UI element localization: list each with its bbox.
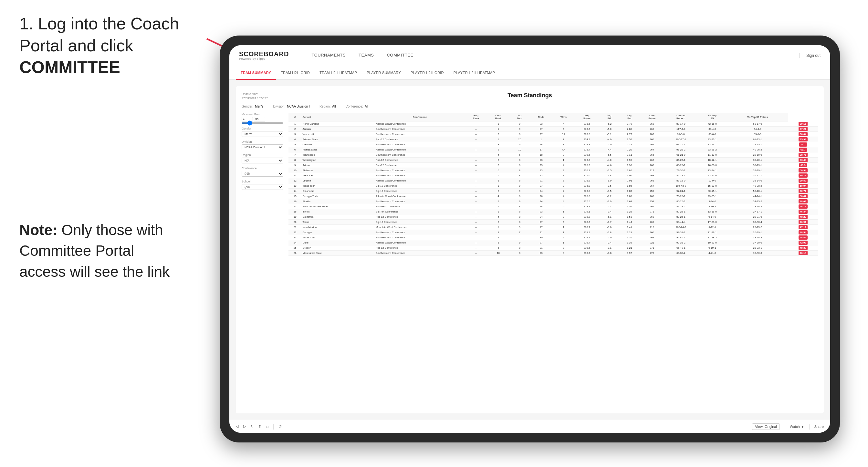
col-no-tour: NoTour <box>509 113 530 121</box>
table-cell: 68.71 <box>788 152 818 158</box>
col-rank: # <box>288 113 301 121</box>
table-cell: 4 <box>553 199 575 204</box>
table-cell: 2.70 <box>619 121 639 127</box>
table-cell: 23 <box>530 163 552 168</box>
instruction-text: 1. Log into the Coach Portal and click C… <box>20 13 207 79</box>
table-cell: 8 <box>288 158 301 163</box>
update-time: Update time: 27/03/2024 16:56:26 <box>242 92 274 100</box>
table-cell: 5 <box>487 240 509 245</box>
toolbar-forward[interactable]: ▷ <box>243 424 246 429</box>
table-row: 11ArkansasSoutheastern Conference–682332… <box>288 173 818 178</box>
watch-button[interactable]: Watch ▼ <box>790 425 804 429</box>
division-select[interactable]: NCAA Division I <box>242 144 283 150</box>
table-row: 7TennesseeSoutheastern Conference–461822… <box>288 152 818 158</box>
table-row: 8WashingtonPac-12 Conference–28231276.3-… <box>288 158 818 163</box>
toolbar-clock[interactable]: ⏱ <box>278 425 282 429</box>
table-cell: 27-17-1 <box>727 209 788 214</box>
table-cell: 23 <box>530 209 552 214</box>
toolbar-back[interactable]: ◁ <box>236 424 239 429</box>
table-cell: 60.71 <box>788 189 818 194</box>
table-cell: Duke <box>301 240 375 245</box>
table-row: 24DukeAtlantic Coast Conference–59271279… <box>288 240 818 245</box>
table-cell: -1.4 <box>599 209 619 214</box>
toolbar-share-icon[interactable]: ⬆ <box>258 424 261 429</box>
table-cell: 117-4-0 <box>664 127 698 132</box>
table-cell: 1.41 <box>619 225 639 230</box>
sub-nav-player-summary[interactable]: PLAYER SUMMARY <box>362 66 406 80</box>
table-cell: -5.1 <box>599 132 619 137</box>
gender-filter: Gender: Men's <box>242 105 264 108</box>
table-cell: 86-25-1 <box>664 163 698 168</box>
table-cell: 279.5 <box>575 152 599 158</box>
table-cell: -6.0 <box>599 178 619 183</box>
table-cell: 1.63 <box>619 199 639 204</box>
view-original-button[interactable]: View: Original <box>752 424 780 430</box>
table-body: 1North CarolinaAtlantic Coast Conference… <box>288 121 818 256</box>
gender-select[interactable]: Men's <box>242 131 283 137</box>
table-cell: 88-17-0 <box>664 121 698 127</box>
table-cell: 7 <box>509 230 530 235</box>
region-select[interactable]: N/A <box>242 158 283 163</box>
sub-nav-team-summary[interactable]: TEAM SUMMARY <box>236 66 276 80</box>
col-vs-top50: Vs Top 50 Points <box>727 113 788 121</box>
table-cell: 96.64 <box>788 132 818 137</box>
table-cell: 260 <box>640 127 664 132</box>
col-avg-sg: Avg.SG <box>599 113 619 121</box>
nav-committee[interactable]: COMMITTEE <box>380 45 420 66</box>
table-cell: 27 <box>530 240 552 245</box>
toolbar-bookmark[interactable]: □ <box>266 425 269 429</box>
share-button[interactable]: Share <box>814 425 824 429</box>
table-cell: 27 <box>530 220 552 225</box>
conference-control: Conference (All) <box>242 167 283 177</box>
table-cell: 100-27-1 <box>664 137 698 142</box>
nav-tournaments[interactable]: TOURNAMENTS <box>305 45 352 66</box>
table-cell: 1 <box>553 158 575 163</box>
min-rounds-slider[interactable] <box>242 122 283 124</box>
table-cell: Atlantic Coast Conference <box>375 240 465 245</box>
table-cell: 273.5 <box>575 121 599 127</box>
main-content: Update time: 27/03/2024 16:56:26 Team St… <box>229 80 830 420</box>
table-cell: 82-18-3 <box>664 173 698 178</box>
table-cell: 2 <box>487 189 509 194</box>
table-cell: 9 <box>509 199 530 204</box>
table-row: 12VirginiaAtlantic Coast Conference–3821… <box>288 178 818 183</box>
table-cell: 59-39-1 <box>664 230 698 235</box>
table-cell: 4 <box>553 163 575 168</box>
table-cell: 8 <box>509 204 530 209</box>
table-cell: 3 <box>487 220 509 225</box>
table-cell: -1.8 <box>599 225 619 230</box>
table-cell: – <box>465 225 487 230</box>
committee-bold: COMMITTEE <box>20 58 120 76</box>
table-cell: 82-25-1 <box>664 209 698 214</box>
table-cell: 39-23-1 <box>727 163 788 168</box>
table-cell: 269 <box>640 220 664 225</box>
table-cell: -3.5 <box>599 189 619 194</box>
table-cell: -2.0 <box>599 235 619 240</box>
sub-nav-player-h2h-heatmap[interactable]: PLAYER H2H HEATMAP <box>449 66 500 80</box>
school-select[interactable]: (All) <box>242 184 283 190</box>
table-cell: Atlantic Coast Conference <box>375 121 465 127</box>
table-cell: 1 <box>487 225 509 230</box>
table-cell: 2.88 <box>619 127 639 132</box>
table-cell: 279.7 <box>575 235 599 240</box>
nav-teams[interactable]: TEAMS <box>352 45 380 66</box>
table-row: 6Florida StateAtlantic Coast Conference–… <box>288 147 818 152</box>
sub-nav-team-h2h-heatmap[interactable]: TEAM H2H HEATMAP <box>315 66 362 80</box>
tablet-screen: SCOREBOARD Powered by clippd TOURNAMENTS… <box>229 45 830 433</box>
table-cell: -0.4 <box>599 240 619 245</box>
table-cell: 35-14-0 <box>727 178 788 183</box>
sub-nav-player-h2h-grid[interactable]: PLAYER H2H GRID <box>406 66 449 80</box>
sign-out-button[interactable]: Sign out <box>800 53 820 58</box>
table-cell: 266 <box>640 230 664 235</box>
table-cell: -5.2 <box>599 121 619 127</box>
conference-select[interactable]: (All) <box>242 171 283 177</box>
table-cell: 92-40-3 <box>664 235 698 240</box>
sub-nav-team-h2h-grid[interactable]: TEAM H2H GRID <box>276 66 315 80</box>
col-reg-rank: RegRank <box>465 113 487 121</box>
toolbar-refresh[interactable]: ↻ <box>251 424 254 429</box>
table-cell: 26 <box>509 137 530 142</box>
table-cell: -3.1 <box>599 245 619 251</box>
table-container: # School Conference RegRank ConfRank NoT… <box>288 113 818 256</box>
table-cell: 1.28 <box>619 230 639 235</box>
table-cell: – <box>465 240 487 245</box>
